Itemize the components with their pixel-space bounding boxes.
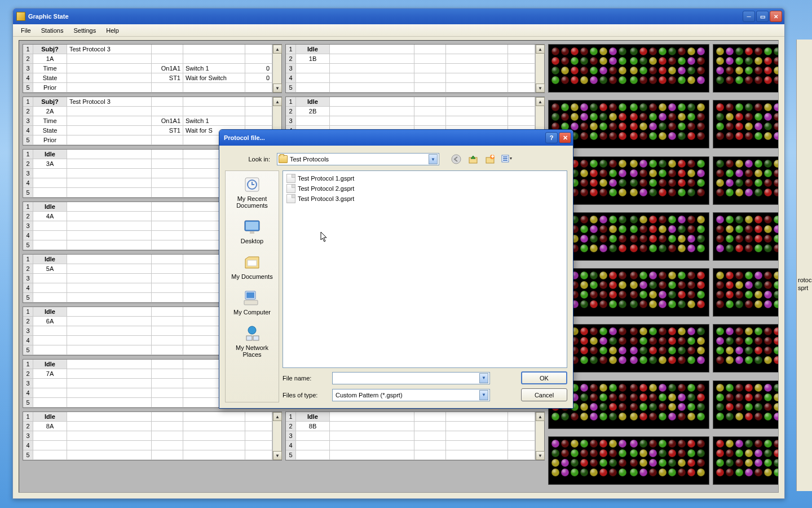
- status-orb: [764, 169, 772, 177]
- status-orb: [599, 244, 607, 252]
- status-orb: [619, 179, 626, 187]
- place-desktop[interactable]: Desktop: [230, 218, 275, 244]
- status-orb: [678, 169, 686, 177]
- up-folder-icon[interactable]: [467, 154, 479, 165]
- back-icon[interactable]: [451, 154, 462, 165]
- status-orb: [659, 244, 667, 252]
- status-orb: [745, 216, 753, 224]
- status-orb: [639, 440, 647, 448]
- status-orb: [619, 393, 626, 401]
- place-network[interactable]: My Network Places: [230, 325, 275, 358]
- status-orb: [649, 291, 657, 299]
- status-orb: [580, 281, 588, 289]
- status-orb: [716, 281, 724, 289]
- place-recent[interactable]: My Recent Documents: [230, 176, 275, 209]
- status-orb: [659, 67, 667, 75]
- chevron-down-icon[interactable]: ▼: [479, 373, 488, 383]
- chevron-down-icon[interactable]: ▼: [479, 390, 488, 400]
- new-folder-icon[interactable]: ✦: [484, 154, 496, 165]
- status-orb: [678, 413, 686, 421]
- status-orb: [571, 449, 579, 457]
- status-orb: [754, 47, 762, 55]
- status-orb: [697, 459, 705, 467]
- chevron-down-icon[interactable]: ▼: [429, 154, 438, 164]
- status-orb: [639, 67, 647, 75]
- status-orb: [716, 132, 724, 140]
- status-orb: [649, 189, 657, 196]
- status-orb: [716, 216, 724, 224]
- file-item[interactable]: Test Protocol 2.gsprt: [285, 183, 564, 194]
- scrollbar[interactable]: ▲▼: [272, 45, 281, 93]
- status-orb: [774, 235, 779, 243]
- status-orb: [668, 300, 676, 308]
- menu-file[interactable]: File: [16, 26, 36, 35]
- file-list[interactable]: Test Protocol 1.gsprtTest Protocol 2.gsp…: [283, 170, 567, 368]
- status-orb: [599, 216, 607, 224]
- titlebar[interactable]: Graphic State ─ ▭ ✕: [13, 8, 784, 24]
- status-orb: [630, 291, 638, 299]
- scrollbar[interactable]: ▲▼: [272, 412, 281, 460]
- status-orb: [716, 122, 724, 130]
- place-mydocs[interactable]: My Documents: [230, 253, 275, 280]
- status-orb: [619, 244, 626, 252]
- status-orb: [716, 393, 724, 401]
- status-orb: [735, 189, 743, 196]
- dialog-title: Protocol file...: [224, 134, 544, 141]
- status-orb: [649, 384, 657, 392]
- status-orb: [639, 169, 647, 177]
- status-orb: [754, 384, 762, 392]
- menu-stations[interactable]: Stations: [37, 26, 68, 35]
- status-orb: [697, 132, 705, 140]
- file-item[interactable]: Test Protocol 1.gsprt: [285, 173, 564, 183]
- status-orb: [630, 271, 638, 279]
- status-orb: [599, 384, 607, 392]
- status-orb: [764, 189, 772, 196]
- view-menu-icon[interactable]: [501, 154, 513, 165]
- status-orb: [619, 356, 626, 364]
- status-orb: [590, 235, 598, 243]
- status-orb: [551, 57, 559, 65]
- close-button[interactable]: ✕: [770, 11, 782, 22]
- status-orb: [561, 459, 569, 467]
- filename-input[interactable]: ▼: [332, 372, 490, 384]
- status-orb: [580, 403, 588, 411]
- minimize-button[interactable]: ─: [743, 11, 755, 22]
- status-orb: [774, 337, 779, 345]
- menu-help[interactable]: Help: [102, 26, 123, 35]
- status-orb: [745, 235, 753, 243]
- status-orb: [754, 468, 762, 476]
- status-orb: [609, 76, 617, 84]
- dialog-help-button[interactable]: ?: [545, 132, 558, 143]
- ok-button[interactable]: OK: [521, 371, 567, 384]
- status-orb: [716, 300, 724, 308]
- station-grid[interactable]: 1Subj?Test Protocol 321A3TimeOn1A1Switch…: [23, 44, 282, 93]
- cancel-button[interactable]: Cancel: [521, 388, 567, 401]
- status-orb: [774, 459, 779, 467]
- filetype-combo[interactable]: Custom Pattern (*.gsprt) ▼: [332, 389, 490, 401]
- scrollbar[interactable]: ▲▼: [535, 45, 544, 93]
- status-orb: [639, 384, 647, 392]
- lookin-combo[interactable]: Test Protocols ▼: [277, 153, 439, 165]
- file-item[interactable]: Test Protocol 3.gsprt: [285, 194, 564, 204]
- status-orb: [590, 300, 598, 308]
- scrollbar[interactable]: ▲▼: [535, 412, 544, 460]
- menu-settings[interactable]: Settings: [69, 26, 100, 35]
- status-orb: [630, 169, 638, 177]
- status-orb: [630, 281, 638, 289]
- status-orb: [735, 169, 743, 177]
- station-grid[interactable]: 1Idle28A345▲▼: [23, 411, 282, 461]
- status-orb: [716, 291, 724, 299]
- status-orb: [609, 225, 617, 233]
- station-grid[interactable]: 1Idle21B345▲▼: [285, 44, 545, 93]
- status-orb: [551, 468, 559, 476]
- dialog-close-button[interactable]: ✕: [559, 132, 571, 143]
- maximize-button[interactable]: ▭: [756, 11, 769, 22]
- status-orb: [609, 291, 617, 299]
- status-orb: [609, 57, 617, 65]
- status-orb: [649, 468, 657, 476]
- status-orb: [639, 132, 647, 140]
- dialog-titlebar[interactable]: Protocol file... ? ✕: [219, 130, 573, 146]
- status-orb: [726, 468, 734, 476]
- station-grid[interactable]: 1Idle28B345▲▼: [285, 411, 545, 461]
- place-mycomputer[interactable]: My Computer: [230, 289, 275, 316]
